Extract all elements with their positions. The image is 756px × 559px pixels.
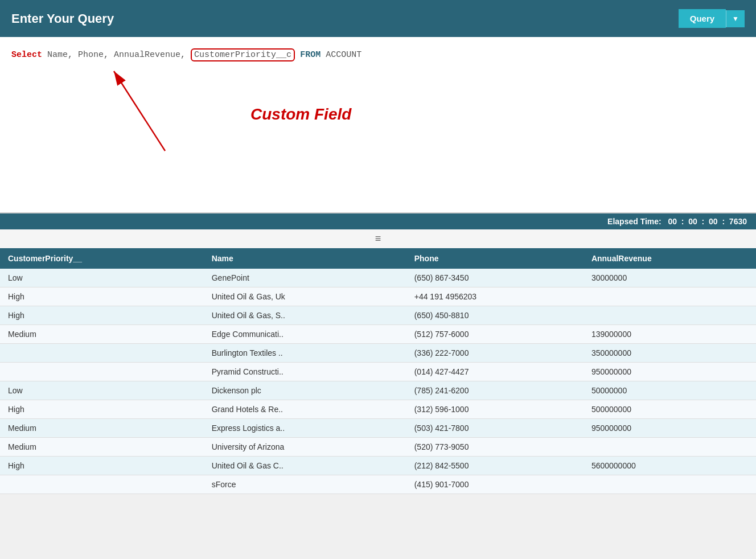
query-code-line: Select Name, Phone, AnnualRevenue, Custo… bbox=[11, 48, 745, 62]
cell-priority: Medium bbox=[0, 438, 204, 457]
elapsed-label: Elapsed Time: bbox=[607, 217, 662, 226]
select-keyword: Select bbox=[11, 50, 42, 60]
cell-priority bbox=[0, 344, 204, 363]
elapsed-h: 00 bbox=[668, 217, 677, 226]
custom-field-code: CustomerPriority__c bbox=[191, 48, 295, 61]
table-row: Burlington Textiles ..(336) 222-70003500… bbox=[0, 344, 756, 363]
svg-line-1 bbox=[114, 71, 165, 151]
elapsed-s: 00 bbox=[709, 217, 718, 226]
cell-name: Dickenson plc bbox=[204, 381, 406, 400]
cell-phone: (512) 757-6000 bbox=[406, 325, 584, 344]
cell-priority: High bbox=[0, 400, 204, 419]
col-header-revenue: AnnualRevenue bbox=[584, 248, 756, 269]
elapsed-m: 00 bbox=[688, 217, 697, 226]
cell-phone: (785) 241-6200 bbox=[406, 381, 584, 400]
cell-revenue: 30000000 bbox=[584, 269, 756, 287]
cell-name: United Oil & Gas, Uk bbox=[204, 287, 406, 306]
cell-phone: +44 191 4956203 bbox=[406, 287, 584, 306]
cell-name: Pyramid Constructi.. bbox=[204, 363, 406, 381]
cell-priority: Medium bbox=[0, 325, 204, 344]
col-header-phone: Phone bbox=[406, 248, 584, 269]
cell-name: Edge Communicati.. bbox=[204, 325, 406, 344]
cell-revenue: 50000000 bbox=[584, 381, 756, 400]
cell-priority bbox=[0, 475, 204, 494]
results-table: CustomerPriority__ Name Phone AnnualReve… bbox=[0, 248, 756, 494]
object-name: ACCOUNT bbox=[326, 50, 361, 60]
drag-handle[interactable]: ≡ bbox=[0, 229, 756, 248]
cell-phone: (212) 842-5500 bbox=[406, 457, 584, 475]
cell-name: United Oil & Gas, S.. bbox=[204, 306, 406, 325]
cell-name: Burlington Textiles .. bbox=[204, 344, 406, 363]
table-row: LowDickenson plc(785) 241-620050000000 bbox=[0, 381, 756, 400]
cell-revenue: 139000000 bbox=[584, 325, 756, 344]
cell-revenue bbox=[584, 306, 756, 325]
query-button-group: Query ▼ bbox=[679, 9, 745, 28]
elapsed-sep2: : bbox=[702, 217, 705, 226]
col-header-name: Name bbox=[204, 248, 406, 269]
table-row: HighUnited Oil & Gas C..(212) 842-550056… bbox=[0, 457, 756, 475]
custom-field-label: Custom Field bbox=[250, 105, 351, 123]
cell-revenue: 500000000 bbox=[584, 400, 756, 419]
table-row: HighGrand Hotels & Re..(312) 596-1000500… bbox=[0, 400, 756, 419]
table-row: MediumUniversity of Arizona(520) 773-905… bbox=[0, 438, 756, 457]
col-header-priority: CustomerPriority__ bbox=[0, 248, 204, 269]
cell-priority bbox=[0, 363, 204, 381]
cell-revenue bbox=[584, 287, 756, 306]
query-dropdown-button[interactable]: ▼ bbox=[726, 10, 745, 27]
cell-priority: High bbox=[0, 306, 204, 325]
table-row: sForce(415) 901-7000 bbox=[0, 475, 756, 494]
page-title: Enter Your Query bbox=[11, 11, 114, 26]
table-row: MediumExpress Logistics a..(503) 421-780… bbox=[0, 419, 756, 438]
cell-name: Express Logistics a.. bbox=[204, 419, 406, 438]
table-header-row: CustomerPriority__ Name Phone AnnualReve… bbox=[0, 248, 756, 269]
cell-revenue: 950000000 bbox=[584, 419, 756, 438]
cell-name: University of Arizona bbox=[204, 438, 406, 457]
fields-plain: Name, Phone, AnnualRevenue, bbox=[47, 50, 186, 60]
cell-name: Grand Hotels & Re.. bbox=[204, 400, 406, 419]
cell-phone: (336) 222-7000 bbox=[406, 344, 584, 363]
elapsed-ms: 7630 bbox=[729, 217, 747, 226]
elapsed-sep1: : bbox=[681, 217, 684, 226]
cell-priority: Low bbox=[0, 269, 204, 287]
cell-revenue bbox=[584, 475, 756, 494]
cell-revenue: 950000000 bbox=[584, 363, 756, 381]
results-table-container: CustomerPriority__ Name Phone AnnualReve… bbox=[0, 248, 756, 494]
table-row: Pyramid Constructi..(014) 427-4427950000… bbox=[0, 363, 756, 381]
cell-phone: (312) 596-1000 bbox=[406, 400, 584, 419]
cell-priority: Medium bbox=[0, 419, 204, 438]
cell-revenue bbox=[584, 438, 756, 457]
elapsed-time-bar: Elapsed Time: 00 : 00 : 00 : 7630 bbox=[0, 213, 756, 229]
table-row: HighUnited Oil & Gas, Uk+44 191 4956203 bbox=[0, 287, 756, 306]
cell-priority: Low bbox=[0, 381, 204, 400]
query-editor[interactable]: Select Name, Phone, AnnualRevenue, Custo… bbox=[0, 37, 756, 213]
table-row: HighUnited Oil & Gas, S..(650) 450-8810 bbox=[0, 306, 756, 325]
table-row: MediumEdge Communicati..(512) 757-600013… bbox=[0, 325, 756, 344]
custom-field-annotation: Custom Field bbox=[216, 105, 351, 124]
cell-priority: High bbox=[0, 457, 204, 475]
elapsed-sep3: : bbox=[722, 217, 725, 226]
cell-phone: (014) 427-4427 bbox=[406, 363, 584, 381]
cell-name: sForce bbox=[204, 475, 406, 494]
cell-revenue: 350000000 bbox=[584, 344, 756, 363]
cell-name: GenePoint bbox=[204, 269, 406, 287]
table-row: LowGenePoint(650) 867-345030000000 bbox=[0, 269, 756, 287]
from-keyword: FROM bbox=[300, 50, 326, 60]
cell-phone: (503) 421-7800 bbox=[406, 419, 584, 438]
cell-phone: (415) 901-7000 bbox=[406, 475, 584, 494]
drag-handle-icon: ≡ bbox=[375, 233, 381, 244]
cell-priority: High bbox=[0, 287, 204, 306]
cell-name: United Oil & Gas C.. bbox=[204, 457, 406, 475]
query-button[interactable]: Query bbox=[679, 9, 726, 28]
page-header: Enter Your Query Query ▼ bbox=[0, 0, 756, 37]
cell-revenue: 5600000000 bbox=[584, 457, 756, 475]
cell-phone: (520) 773-9050 bbox=[406, 438, 584, 457]
cell-phone: (650) 450-8810 bbox=[406, 306, 584, 325]
cell-phone: (650) 867-3450 bbox=[406, 269, 584, 287]
